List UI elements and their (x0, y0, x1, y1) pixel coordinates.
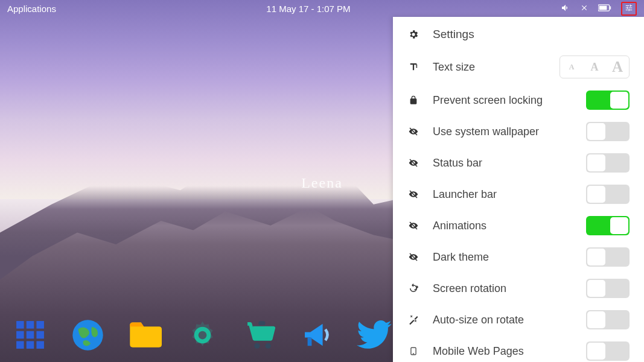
top-bar: Applications 11 May 17 - 1:07 PM (0, 0, 644, 17)
text-size-large[interactable]: A (606, 56, 629, 78)
settings-row-dark-theme: Dark theme (393, 241, 644, 273)
settings-header: Settings (393, 17, 644, 49)
settings-row-use-system-wallpaper: Use system wallpaper (393, 116, 644, 147)
text-size-small[interactable]: A (560, 56, 583, 78)
svg-rect-10 (27, 341, 34, 349)
watermark-text: Leena (301, 175, 343, 191)
text-size-picker[interactable]: AAA (560, 56, 630, 78)
eye-off-icon (407, 189, 419, 199)
eye-off-icon (407, 158, 419, 168)
wand-icon (407, 314, 419, 325)
dock-megaphone-icon[interactable] (299, 317, 335, 353)
gear-icon (407, 29, 419, 40)
setting-label: Animations (433, 220, 573, 232)
svg-rect-5 (36, 321, 44, 329)
setting-label: Mobile Web Pages (433, 345, 573, 358)
setting-label: Screen rotation (433, 282, 573, 295)
setting-label: Prevent screen locking (433, 94, 573, 107)
eye-off-icon (407, 221, 419, 230)
svg-point-16 (265, 343, 270, 349)
svg-rect-18 (307, 338, 311, 346)
svg-rect-8 (36, 331, 44, 339)
applications-menu[interactable]: Applications (7, 4, 56, 14)
settings-row-auto-size-on-rotate: Auto-size on rotate (393, 304, 644, 335)
settings-row-status-bar: Status bar (393, 147, 644, 179)
eye-off-icon (407, 252, 419, 262)
phone-icon (407, 345, 419, 357)
toggle-use-system-wallpaper[interactable] (586, 122, 630, 141)
dock-folder-icon[interactable] (127, 317, 163, 353)
svg-rect-9 (16, 341, 24, 349)
toggle-screen-rotation[interactable] (586, 279, 630, 298)
launcher-dock (12, 317, 392, 353)
text-size-medium[interactable]: A (583, 56, 606, 78)
svg-rect-6 (16, 331, 24, 339)
toggle-launcher-bar[interactable] (586, 185, 630, 204)
toggle-prevent-screen-locking[interactable] (586, 91, 630, 110)
settings-panel: Settings Text sizeAAAPrevent screen lock… (393, 17, 644, 362)
svg-rect-17 (258, 321, 265, 325)
rotate-icon (407, 283, 419, 294)
dock-cart-icon[interactable] (241, 317, 278, 353)
lock-icon (407, 95, 419, 106)
setting-label: Dark theme (433, 251, 573, 264)
setting-label: Launcher bar (433, 188, 573, 201)
dock-globe-icon[interactable] (69, 317, 106, 353)
volume-icon[interactable] (561, 3, 570, 14)
svg-rect-2 (610, 6, 611, 9)
settings-row-animations: Animations (393, 210, 644, 241)
svg-point-14 (198, 331, 206, 339)
text-size-icon (407, 62, 419, 72)
toggle-status-bar[interactable] (586, 153, 630, 173)
dock-apps-grid-icon[interactable] (12, 317, 48, 353)
settings-title: Settings (433, 28, 474, 41)
svg-point-15 (254, 343, 260, 349)
setting-label: Auto-size on rotate (433, 314, 573, 326)
close-icon[interactable] (580, 4, 588, 14)
eye-off-icon (407, 127, 419, 136)
settings-row-mobile-web-pages: Mobile Web Pages (393, 335, 644, 362)
settings-row-launcher-bar: Launcher bar (393, 179, 644, 210)
toggle-dark-theme[interactable] (586, 247, 630, 267)
setting-label: Use system wallpaper (433, 125, 573, 138)
settings-row-prevent-screen-locking: Prevent screen locking (393, 84, 644, 116)
toggle-mobile-web-pages[interactable] (586, 341, 630, 361)
svg-rect-4 (27, 321, 34, 329)
toggle-auto-size-on-rotate[interactable] (586, 310, 630, 329)
settings-row-screen-rotation: Screen rotation (393, 273, 644, 304)
settings-toggle-icon[interactable] (621, 2, 637, 16)
dock-twitter-icon[interactable] (356, 317, 392, 353)
svg-rect-7 (27, 331, 34, 339)
setting-label: Status bar (433, 157, 573, 170)
battery-icon[interactable] (598, 4, 611, 14)
toggle-animations[interactable] (586, 216, 630, 235)
settings-row-text-size: Text sizeAAA (393, 49, 644, 84)
setting-label: Text size (433, 61, 546, 74)
clock-datetime: 11 May 17 - 1:07 PM (56, 4, 561, 14)
dock-gear-icon[interactable] (184, 317, 220, 353)
svg-rect-3 (16, 321, 24, 329)
svg-rect-1 (599, 5, 607, 10)
svg-rect-11 (36, 341, 44, 349)
